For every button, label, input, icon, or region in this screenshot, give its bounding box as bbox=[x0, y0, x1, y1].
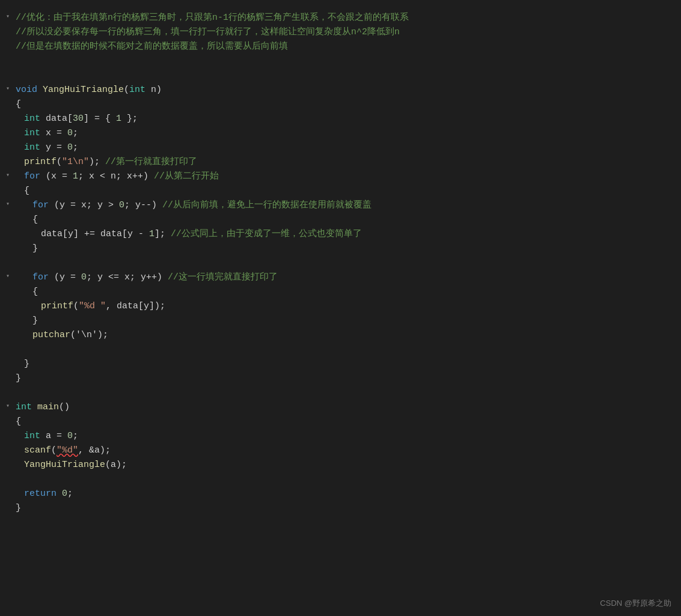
fold-arrow[interactable] bbox=[2, 227, 13, 228]
fold-arrow[interactable]: ▾ bbox=[2, 83, 13, 94]
fold-arrow[interactable] bbox=[2, 386, 13, 387]
fold-arrow[interactable] bbox=[2, 155, 13, 156]
code-text: { bbox=[13, 97, 681, 111]
code-editor: ▾//优化：由于我在填第n行的杨辉三角时，只跟第n-1行的杨辉三角产生联系，不会… bbox=[0, 6, 681, 520]
fold-arrow[interactable] bbox=[2, 54, 13, 55]
code-text: } bbox=[13, 371, 681, 385]
code-text bbox=[13, 54, 681, 68]
code-line: ▾for (x = 1; x < n; x++) //从第二行开始 bbox=[0, 169, 681, 184]
code-line: ▾for (y = x; y > 0; y--) //从后向前填，避免上一行的数… bbox=[0, 198, 681, 213]
code-text: } bbox=[30, 314, 681, 328]
code-text bbox=[22, 256, 681, 270]
code-line: { bbox=[0, 415, 681, 429]
code-line bbox=[0, 386, 681, 400]
code-text: printf("%d ", data[y]); bbox=[38, 299, 681, 313]
code-text bbox=[13, 69, 681, 82]
code-line: ▾//优化：由于我在填第n行的杨辉三角时，只跟第n-1行的杨辉三角产生联系，不会… bbox=[0, 11, 681, 25]
code-line: ▾int main() bbox=[0, 400, 681, 415]
fold-arrow[interactable] bbox=[2, 429, 13, 430]
fold-arrow[interactable] bbox=[2, 487, 13, 488]
fold-arrow[interactable] bbox=[2, 242, 13, 243]
fold-arrow[interactable] bbox=[2, 357, 13, 358]
code-text: int a = 0; bbox=[22, 429, 681, 443]
code-line: ▾void YangHuiTriangle(int n) bbox=[0, 83, 681, 97]
code-line: YangHuiTriangle(a); bbox=[0, 458, 681, 472]
code-text: printf("1\n"); //第一行就直接打印了 bbox=[22, 155, 681, 169]
code-text: { bbox=[30, 213, 681, 227]
code-text: { bbox=[13, 415, 681, 428]
code-text: for (y = x; y > 0; y--) //从后向前填，避免上一行的数据… bbox=[30, 198, 681, 212]
fold-arrow[interactable] bbox=[2, 444, 13, 445]
fold-arrow[interactable] bbox=[2, 126, 13, 127]
fold-arrow[interactable]: ▾ bbox=[2, 11, 13, 22]
code-line: } bbox=[0, 357, 681, 371]
fold-arrow[interactable] bbox=[2, 40, 13, 41]
code-line: ▾for (y = 0; y <= x; y++) //这一行填完就直接打印了 bbox=[0, 270, 681, 285]
code-text: //但是在填数据的时候不能对之前的数据覆盖，所以需要从后向前填 bbox=[13, 40, 681, 53]
fold-arrow[interactable] bbox=[2, 458, 13, 459]
code-line: { bbox=[0, 285, 681, 299]
fold-arrow[interactable] bbox=[2, 184, 13, 185]
fold-arrow[interactable] bbox=[2, 69, 13, 70]
code-line: int x = 0; bbox=[0, 126, 681, 141]
code-line bbox=[0, 69, 681, 83]
fold-arrow[interactable] bbox=[2, 371, 13, 373]
fold-arrow[interactable] bbox=[2, 213, 13, 214]
code-line: scanf("%d", &a); bbox=[0, 444, 681, 458]
fold-arrow[interactable] bbox=[2, 415, 13, 416]
code-line: //但是在填数据的时候不能对之前的数据覆盖，所以需要从后向前填 bbox=[0, 40, 681, 54]
code-text: int y = 0; bbox=[22, 141, 681, 154]
fold-arrow[interactable] bbox=[2, 472, 13, 474]
fold-arrow[interactable] bbox=[2, 314, 13, 315]
code-line: printf("1\n"); //第一行就直接打印了 bbox=[0, 155, 681, 169]
code-line: putchar('\n'); bbox=[0, 328, 681, 343]
code-line: data[y] += data[y - 1]; //公式同上，由于变成了一维，公… bbox=[0, 227, 681, 242]
code-text: putchar('\n'); bbox=[30, 328, 681, 342]
code-line bbox=[0, 54, 681, 69]
code-text: //优化：由于我在填第n行的杨辉三角时，只跟第n-1行的杨辉三角产生联系，不会跟… bbox=[13, 11, 681, 25]
code-text: for (x = 1; x < n; x++) //从第二行开始 bbox=[22, 169, 681, 183]
code-line: { bbox=[0, 97, 681, 112]
code-text bbox=[22, 472, 681, 486]
fold-arrow[interactable] bbox=[2, 299, 13, 300]
code-text: } bbox=[30, 242, 681, 255]
fold-arrow[interactable] bbox=[2, 112, 13, 113]
code-text: YangHuiTriangle(a); bbox=[22, 458, 681, 472]
fold-arrow[interactable] bbox=[2, 501, 13, 502]
code-text: { bbox=[30, 285, 681, 299]
code-line bbox=[0, 256, 681, 270]
fold-arrow[interactable] bbox=[2, 343, 13, 344]
code-text: } bbox=[22, 357, 681, 371]
code-line: { bbox=[0, 213, 681, 227]
code-line bbox=[0, 343, 681, 357]
watermark: CSDN @野原希之助 bbox=[600, 598, 671, 609]
fold-arrow[interactable] bbox=[2, 328, 13, 329]
code-text bbox=[13, 386, 681, 400]
fold-arrow[interactable]: ▾ bbox=[2, 198, 13, 209]
code-line: } bbox=[0, 314, 681, 328]
code-text: return 0; bbox=[22, 487, 681, 501]
code-line: printf("%d ", data[y]); bbox=[0, 299, 681, 314]
fold-arrow[interactable] bbox=[2, 97, 13, 99]
code-line: int y = 0; bbox=[0, 141, 681, 155]
fold-arrow[interactable]: ▾ bbox=[2, 270, 13, 281]
fold-arrow[interactable] bbox=[2, 141, 13, 142]
code-line: } bbox=[0, 501, 681, 516]
code-line: int data[30] = { 1 }; bbox=[0, 112, 681, 126]
code-text: //所以没必要保存每一行的杨辉三角，填一行打一行就行了，这样能让空间复杂度从n^… bbox=[13, 25, 681, 39]
fold-arrow[interactable]: ▾ bbox=[2, 169, 13, 180]
code-text: void YangHuiTriangle(int n) bbox=[13, 83, 681, 97]
code-line: } bbox=[0, 242, 681, 256]
code-line: int a = 0; bbox=[0, 429, 681, 444]
fold-arrow[interactable]: ▾ bbox=[2, 400, 13, 411]
fold-arrow[interactable] bbox=[2, 256, 13, 257]
code-text: int x = 0; bbox=[22, 126, 681, 140]
code-line: } bbox=[0, 371, 681, 386]
code-text bbox=[22, 343, 681, 356]
code-line bbox=[0, 472, 681, 487]
fold-arrow[interactable] bbox=[2, 285, 13, 286]
code-text: { bbox=[22, 184, 681, 198]
code-line: { bbox=[0, 184, 681, 198]
code-text: for (y = 0; y <= x; y++) //这一行填完就直接打印了 bbox=[30, 270, 681, 284]
fold-arrow[interactable] bbox=[2, 25, 13, 26]
